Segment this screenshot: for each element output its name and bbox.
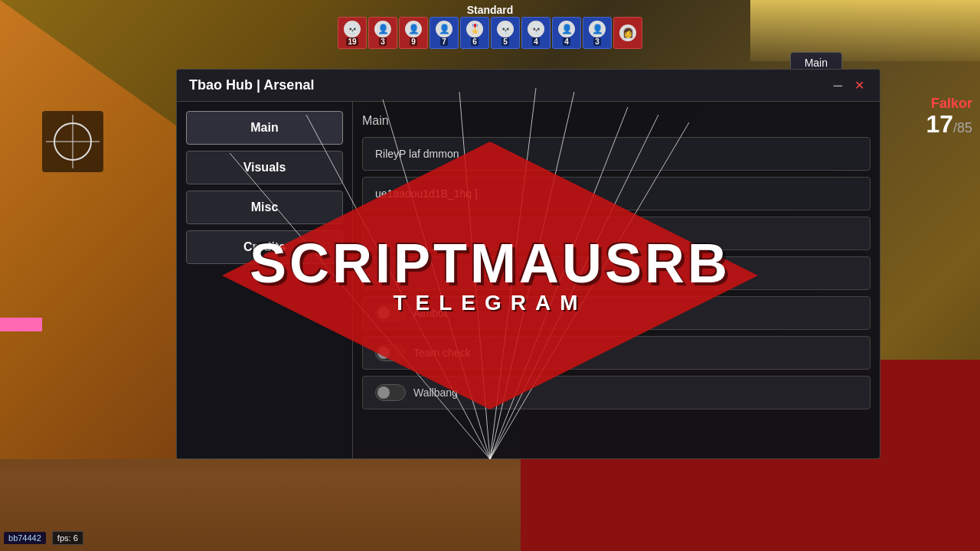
player-icons-row: 💀 19 👤 3 👤 9 👤 7 🎖️ 6 💀 5 💀 4 👤 4 👤 3 👩 xyxy=(338,17,642,49)
avatar: 💀 xyxy=(344,21,361,37)
sidebar-item-visuals[interactable]: Visuals xyxy=(186,151,343,184)
content-section-title: Main xyxy=(362,111,871,131)
avatar: 👤 xyxy=(589,21,606,37)
fps-badge: fps: 6 xyxy=(52,531,83,545)
score-value: 17 xyxy=(926,110,953,138)
kill-count: 7 xyxy=(440,37,448,46)
bottom-left-hud: bb74442 fps: 6 xyxy=(4,531,83,545)
wallbang-toggle[interactable] xyxy=(375,384,406,401)
player-icon: 💀 19 xyxy=(338,17,367,49)
pink-health-bar xyxy=(0,318,42,331)
avatar: 🎖️ xyxy=(466,21,483,37)
ceiling-light xyxy=(750,0,980,61)
panel-titlebar: Tbao Hub | Arsenal ─ ✕ xyxy=(177,70,880,102)
player-icon: 👤 7 xyxy=(430,17,459,49)
avatar: 👤 xyxy=(374,21,391,37)
crosshair xyxy=(42,111,103,172)
kill-count: 9 xyxy=(410,37,417,46)
score-display: Falkor 17/85 xyxy=(926,96,972,136)
text-row-1-label: RileyP laf dmmon xyxy=(375,148,459,160)
kill-count: 19 xyxy=(346,37,358,46)
player-id-badge: bb74442 xyxy=(4,532,46,544)
player-icon: 👤 3 xyxy=(368,17,397,49)
player-icon: 👤 4 xyxy=(552,17,581,49)
sidebar-item-main[interactable]: Main xyxy=(186,111,343,145)
kill-count: 3 xyxy=(379,37,387,46)
player-icon: 💀 5 xyxy=(491,17,520,49)
avatar: 👩 xyxy=(619,24,636,41)
player-icon: 🎖️ 6 xyxy=(460,17,489,49)
panel-controls: ─ ✕ xyxy=(831,78,867,93)
kill-count: 6 xyxy=(471,37,479,46)
avatar: 👤 xyxy=(558,21,575,37)
kill-count: 3 xyxy=(593,37,601,46)
player-id-num: b74442 xyxy=(13,533,41,543)
sidebar-item-misc[interactable]: Misc xyxy=(186,191,343,224)
avatar: 💀 xyxy=(528,21,544,37)
player-icon: 💀 4 xyxy=(521,17,550,49)
minimize-button[interactable]: ─ xyxy=(831,79,845,93)
content-text-row-1[interactable]: RileyP laf dmmon xyxy=(362,137,871,171)
player-icon: 👤 3 xyxy=(583,17,612,49)
player-icon: 👩 xyxy=(613,17,642,49)
close-button[interactable]: ✕ xyxy=(851,78,867,93)
avatar: 👤 xyxy=(436,21,452,37)
avatar: 👤 xyxy=(405,21,422,37)
game-mode-label: Standard xyxy=(467,4,514,16)
score-total: /85 xyxy=(953,120,972,135)
kill-count: 4 xyxy=(532,37,540,46)
kill-count: 5 xyxy=(501,37,509,46)
panel-title: Tbao Hub | Arsenal xyxy=(189,77,314,93)
player-icon: 👤 9 xyxy=(399,17,428,49)
score-player-name: Falkor xyxy=(926,96,972,112)
crosshair-line-v xyxy=(73,115,74,168)
kill-count: 4 xyxy=(563,37,570,46)
avatar: 💀 xyxy=(497,21,514,37)
